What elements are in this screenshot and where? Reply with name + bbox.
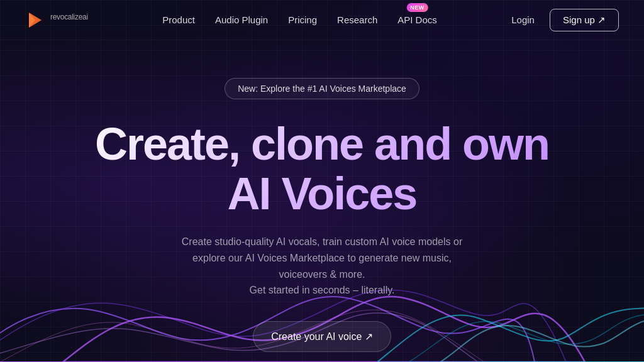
- brand-name: revocalizeai: [50, 13, 88, 27]
- navbar: revocalizeai Product Audio Plugin Pricin…: [0, 0, 644, 40]
- subtitle-line-1: Create studio-quality AI vocals, train c…: [182, 236, 462, 247]
- nav-link-pricing[interactable]: Pricing: [288, 14, 317, 25]
- nav-link-product[interactable]: Product: [162, 14, 195, 25]
- cta-button[interactable]: Create your AI voice ↗: [253, 321, 391, 352]
- logo[interactable]: revocalizeai: [25, 10, 88, 30]
- nav-item-product[interactable]: Product: [162, 14, 195, 26]
- subtitle-line-2: explore our AI Voices Marketplace to gen…: [192, 253, 452, 280]
- hero-announcement-badge[interactable]: New: Explore the #1 AI Voices Marketplac…: [225, 78, 419, 99]
- hero-section: New: Explore the #1 AI Voices Marketplac…: [0, 40, 644, 352]
- nav-link-audio-plugin[interactable]: Audio Plugin: [215, 14, 268, 25]
- logo-icon: [25, 10, 45, 30]
- login-button[interactable]: Login: [511, 14, 535, 25]
- signup-label: Sign up ↗: [563, 14, 606, 26]
- nav-item-research[interactable]: Research: [337, 14, 377, 26]
- cta-label: Create your AI voice ↗: [271, 331, 373, 343]
- hero-subtitle: Create studio-quality AI vocals, train c…: [171, 234, 473, 298]
- nav-item-pricing[interactable]: Pricing: [288, 14, 317, 26]
- hero-title: Create, clone and own AI Voices: [70, 119, 574, 219]
- nav-links: Product Audio Plugin Pricing Research NE…: [162, 14, 437, 26]
- nav-actions: Login Sign up ↗: [511, 9, 619, 31]
- nav-link-api-docs[interactable]: API Docs: [397, 14, 437, 25]
- nav-item-audio-plugin[interactable]: Audio Plugin: [215, 14, 268, 26]
- signup-button[interactable]: Sign up ↗: [550, 9, 619, 31]
- new-badge: NEW: [406, 3, 428, 12]
- subtitle-line-3: Get started in seconds – literally.: [250, 285, 395, 295]
- nav-item-api-docs[interactable]: NEW API Docs: [397, 14, 437, 26]
- nav-link-research[interactable]: Research: [337, 14, 377, 25]
